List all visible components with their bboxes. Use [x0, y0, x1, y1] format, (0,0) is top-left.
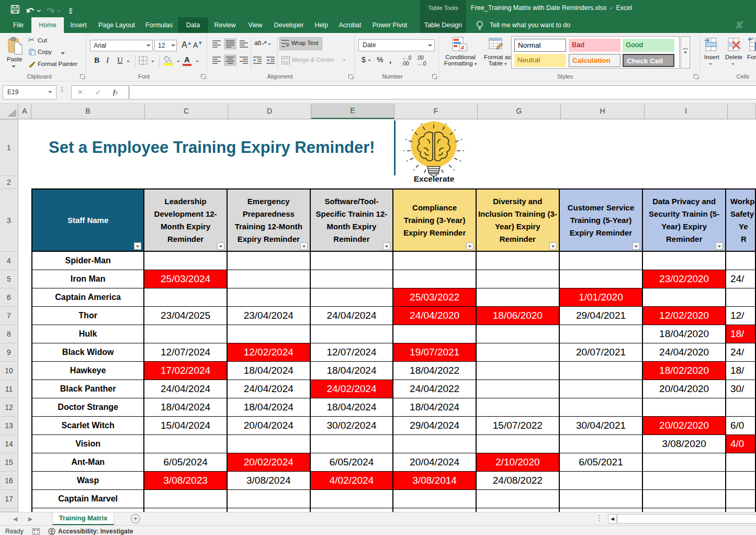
svg-text:≠: ≠	[461, 44, 465, 51]
